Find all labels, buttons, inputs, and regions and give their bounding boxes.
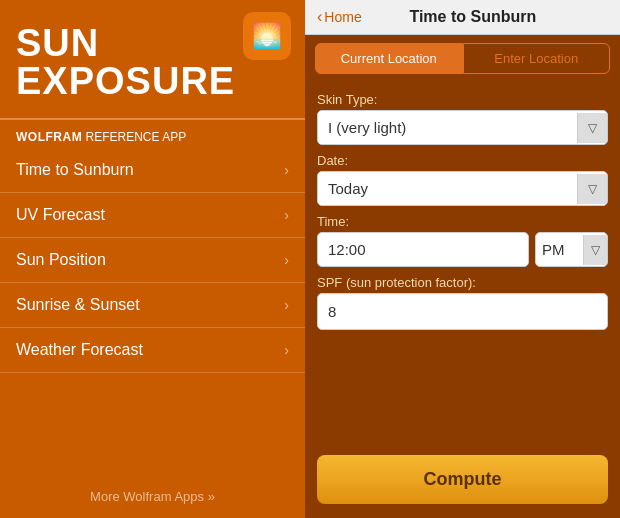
app-title-line1: SUN: [16, 22, 99, 64]
chevron-right-icon: ›: [284, 162, 289, 178]
sidebar-item-sunposition-label: Sun Position: [16, 251, 106, 269]
back-button[interactable]: ‹ Home: [317, 9, 362, 26]
sidebar-item-sunrise-label: Sunrise & Sunset: [16, 296, 140, 314]
time-row: PM ▽: [317, 232, 608, 267]
skin-type-group: Skin Type: I (very light) ▽: [317, 92, 608, 145]
sidebar-item-weather-label: Weather Forecast: [16, 341, 143, 359]
right-panel: ‹ Home Time to Sunburn Current Location …: [305, 0, 620, 518]
time-period-select[interactable]: PM ▽: [535, 232, 608, 267]
sidebar-item-sunrise[interactable]: Sunrise & Sunset ›: [0, 283, 305, 328]
skin-type-value: I (very light): [318, 111, 577, 144]
skin-type-dropdown-icon[interactable]: ▽: [577, 113, 607, 143]
compute-button[interactable]: Compute: [317, 455, 608, 504]
chevron-right-icon: ›: [284, 252, 289, 268]
date-group: Date: Today ▽: [317, 153, 608, 206]
spf-label: SPF (sun protection factor):: [317, 275, 608, 290]
back-chevron-icon: ‹: [317, 8, 322, 26]
compute-btn-area: Compute: [305, 445, 620, 518]
brand-line: WOLFRAM REFERENCE APP: [0, 118, 305, 144]
app-title-line2: EXPOSURE: [16, 60, 235, 102]
sidebar-item-uv[interactable]: UV Forecast ›: [0, 193, 305, 238]
left-panel: 🌅 SUN EXPOSURE WOLFRAM REFERENCE APP Tim…: [0, 0, 305, 518]
tab-current-location[interactable]: Current Location: [315, 43, 463, 74]
time-period-value: PM: [536, 233, 583, 266]
brand-bold: WOLFRAM: [16, 130, 82, 144]
brand-text: WOLFRAM REFERENCE APP: [16, 124, 289, 144]
sidebar-item-weather[interactable]: Weather Forecast ›: [0, 328, 305, 373]
more-apps-link[interactable]: More Wolfram Apps »: [0, 475, 305, 518]
page-title: Time to Sunburn: [368, 8, 578, 26]
time-period-dropdown-icon[interactable]: ▽: [583, 235, 607, 265]
skin-type-select[interactable]: I (very light) ▽: [317, 110, 608, 145]
sidebar-item-sunposition[interactable]: Sun Position ›: [0, 238, 305, 283]
sidebar-item-sunburn-label: Time to Sunburn: [16, 161, 134, 179]
sidebar-item-uv-label: UV Forecast: [16, 206, 105, 224]
chevron-right-icon: ›: [284, 342, 289, 358]
chevron-right-icon: ›: [284, 207, 289, 223]
spf-input[interactable]: [317, 293, 608, 330]
app-icon: 🌅: [243, 12, 291, 60]
chevron-right-icon: ›: [284, 297, 289, 313]
date-value: Today: [318, 172, 577, 205]
brand-rest: REFERENCE APP: [82, 130, 186, 144]
right-header: ‹ Home Time to Sunburn: [305, 0, 620, 35]
tab-enter-location-label: Enter Location: [494, 51, 578, 66]
date-dropdown-icon[interactable]: ▽: [577, 174, 607, 204]
date-label: Date:: [317, 153, 608, 168]
tab-bar: Current Location Enter Location: [305, 35, 620, 82]
date-select[interactable]: Today ▽: [317, 171, 608, 206]
tab-current-location-label: Current Location: [341, 51, 437, 66]
back-label: Home: [324, 9, 361, 25]
time-group: Time: PM ▽: [317, 214, 608, 267]
spf-group: SPF (sun protection factor):: [317, 275, 608, 330]
skin-type-label: Skin Type:: [317, 92, 608, 107]
form-area: Skin Type: I (very light) ▽ Date: Today …: [305, 82, 620, 445]
sidebar-item-sunburn[interactable]: Time to Sunburn ›: [0, 148, 305, 193]
time-label: Time:: [317, 214, 608, 229]
tab-enter-location[interactable]: Enter Location: [463, 43, 611, 74]
nav-items: Time to Sunburn › UV Forecast › Sun Posi…: [0, 144, 305, 475]
time-input[interactable]: [317, 232, 529, 267]
app-icon-glyph: 🌅: [252, 22, 282, 50]
